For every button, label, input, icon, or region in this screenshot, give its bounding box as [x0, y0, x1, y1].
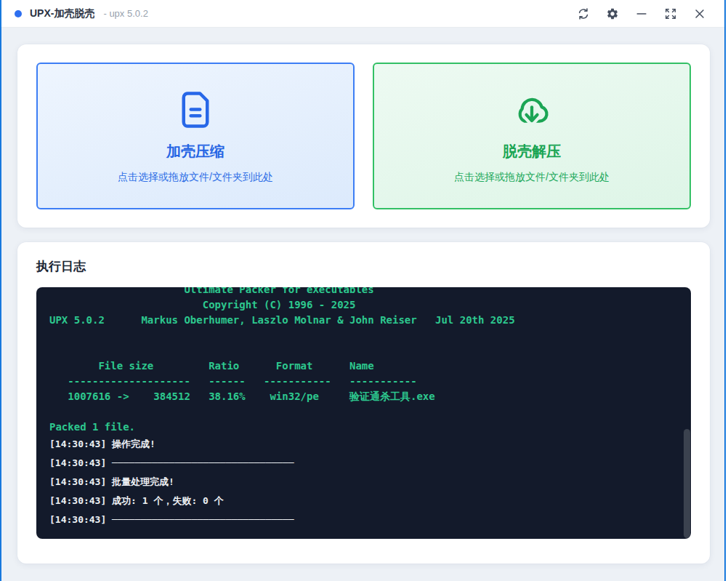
maximize-icon — [664, 7, 677, 20]
terminal-line: UPX 5.0.2 Markus Oberhumer, Laszlo Molna… — [49, 313, 681, 328]
cloud-download-icon — [510, 88, 554, 132]
titlebar: UPX-加壳脱壳 - upx 5.0.2 — [1, 0, 724, 28]
terminal-line: Ultimate Packer for eXecutables — [49, 287, 681, 297]
minimize-icon — [635, 7, 648, 20]
main-content: 加壳压缩 点击选择或拖放文件/文件夹到此处 脱壳解压 点击选择或拖放 — [1, 28, 724, 564]
log-card: 执行日志 Ultimate Packer for eXecutables Cop… — [17, 242, 710, 564]
terminal-line: [14:30:43] 操作完成! — [49, 435, 681, 454]
terminal-line — [49, 343, 681, 358]
terminal-line: -------------------- ------ ----------- … — [49, 374, 681, 389]
close-icon — [693, 7, 706, 20]
terminal-line: [14:30:43] 批量处理完成! — [49, 473, 681, 492]
titlebar-actions — [569, 1, 714, 26]
terminal-line — [49, 404, 681, 420]
gear-icon — [606, 7, 619, 20]
app-title: UPX-加壳脱壳 — [30, 7, 94, 20]
unpack-dropzone[interactable]: 脱壳解压 点击选择或拖放文件/文件夹到此处 — [373, 63, 691, 209]
dropzone-card: 加壳压缩 点击选择或拖放文件/文件夹到此处 脱壳解压 点击选择或拖放 — [17, 44, 710, 228]
maximize-button[interactable] — [656, 1, 685, 26]
settings-button[interactable] — [598, 1, 627, 26]
unpack-title: 脱壳解压 — [503, 142, 561, 161]
terminal-line: Copyright (C) 1996 - 2025 — [49, 297, 681, 313]
close-button[interactable] — [685, 1, 714, 26]
terminal-line: [14:30:43] ─────────────────────────────… — [49, 454, 681, 473]
terminal-line: Packed 1 file. — [49, 420, 681, 435]
terminal-line: 1007616 -> 384512 38.16% win32/pe 验证通杀工具… — [49, 389, 681, 404]
app-window: UPX-加壳脱壳 - upx 5.0.2 — [0, 0, 726, 581]
pack-subtitle: 点击选择或拖放文件/文件夹到此处 — [118, 171, 273, 184]
terminal-output: Ultimate Packer for eXecutables Copyrigh… — [36, 287, 691, 539]
refresh-button[interactable] — [569, 1, 598, 26]
app-dot-icon — [15, 10, 22, 17]
terminal-scrollbar-thumb[interactable] — [684, 429, 690, 538]
refresh-icon — [577, 7, 590, 20]
terminal-line: File size Ratio Format Name — [49, 358, 681, 374]
minimize-button[interactable] — [627, 1, 656, 26]
terminal-lines: Ultimate Packer for eXecutables Copyrigh… — [49, 287, 681, 529]
terminal-line: [14:30:43] ─────────────────────────────… — [49, 510, 681, 529]
terminal-line: [14:30:43] 成功: 1 个，失败: 0 个 — [49, 492, 681, 510]
pack-dropzone[interactable]: 加壳压缩 点击选择或拖放文件/文件夹到此处 — [36, 63, 355, 209]
log-heading: 执行日志 — [36, 258, 691, 275]
document-icon — [174, 88, 217, 132]
terminal-line — [49, 328, 681, 343]
app-version: - upx 5.0.2 — [103, 8, 147, 19]
unpack-subtitle: 点击选择或拖放文件/文件夹到此处 — [454, 171, 610, 184]
pack-title: 加壳压缩 — [166, 142, 225, 161]
